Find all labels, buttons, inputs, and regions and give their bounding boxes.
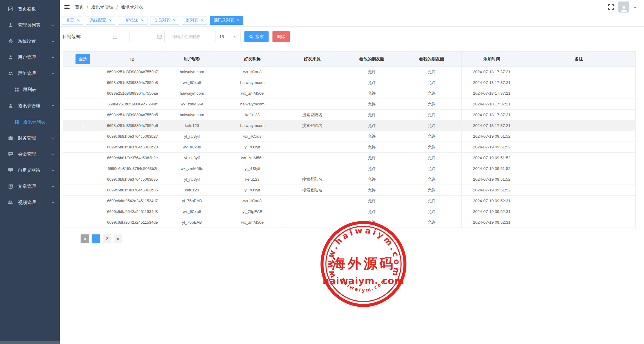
cell-his-moments: 允许 — [342, 88, 402, 99]
pagination-page-1[interactable]: 1 — [92, 234, 100, 243]
cell-his-moments: 允许 — [342, 99, 402, 110]
close-icon[interactable]: × — [141, 18, 143, 22]
sidebar-item-label: 视频管理 — [18, 200, 36, 205]
row-checkbox[interactable] — [83, 91, 83, 96]
delete-button[interactable]: 删除 — [272, 31, 290, 42]
table-row: 6699c6b81f0e3764c5063b28 wx_llCxu8 yl_rU… — [63, 142, 636, 153]
close-icon[interactable]: × — [109, 18, 111, 22]
row-checkbox[interactable] — [83, 209, 83, 214]
cell-user-nickname: wx_zmM56e — [162, 163, 222, 174]
fullscreen-icon[interactable] — [608, 4, 614, 10]
cell-id: 6698e251d8f398304c7550ae — [103, 88, 162, 99]
cell-friend-nickname: haiwaiymcom — [222, 77, 283, 88]
sidebar-item-label: 用户管理 — [18, 55, 36, 60]
tab-one-key-push[interactable]: 一键推送 × — [118, 16, 147, 25]
sidebar-item-group-list[interactable]: 群列表 — [0, 82, 60, 98]
breadcrumb-item[interactable]: 首页 — [75, 4, 84, 10]
menu-toggle-icon[interactable] — [64, 5, 70, 9]
breadcrumb-item[interactable]: 通讯录管理 — [91, 4, 113, 10]
sidebar-item-group-management[interactable]: 群组管理 — [0, 65, 60, 82]
cell-note — [522, 196, 635, 206]
sidebar-item-contacts-management[interactable]: 通讯录管理 — [0, 98, 60, 114]
sidebar-item-contacts-list[interactable]: 通讯录列表 — [0, 114, 60, 130]
cell-his-moments: 允许 — [342, 196, 402, 206]
sidebar: 首页看板 管理员列表 系统设置 用户管理 群组管理 群列表 通讯录管理 通讯录列… — [0, 0, 60, 344]
cell-his-moments: 允许 — [342, 120, 402, 131]
nickname-search-input[interactable] — [172, 34, 208, 39]
row-checkbox[interactable] — [83, 145, 83, 150]
cell-add-time: 2024-07-19 09:51:52 — [461, 153, 522, 163]
pagination-prev[interactable]: « — [81, 234, 89, 243]
tab-home[interactable]: 首页 × — [62, 16, 83, 25]
person-icon — [8, 23, 14, 27]
row-checkbox[interactable] — [83, 112, 83, 117]
row-checkbox[interactable] — [83, 134, 83, 139]
cell-user-nickname: yl_rU3yif — [162, 153, 222, 163]
topbar-actions — [608, 1, 636, 13]
sidebar-item-label: 通讯录管理 — [18, 103, 40, 109]
tab-member-list[interactable]: 会员列表 × — [150, 16, 179, 25]
date-to-field[interactable] — [130, 31, 165, 42]
chevron-down-icon — [51, 185, 55, 188]
select-all-button[interactable]: 全选 — [76, 54, 90, 64]
page-size-select[interactable]: 15 — [215, 31, 241, 42]
row-checkbox[interactable] — [83, 102, 83, 107]
close-icon[interactable]: × — [77, 18, 79, 22]
sidebar-scrollbar[interactable] — [0, 341, 60, 344]
row-checkbox[interactable] — [83, 69, 83, 74]
nickname-search-field[interactable] — [169, 31, 211, 42]
row-checkbox[interactable] — [83, 188, 83, 193]
sidebar-item-dashboard[interactable]: 首页看板 — [0, 1, 60, 17]
column-header: 添加时间 — [461, 52, 522, 67]
avatar[interactable] — [618, 1, 629, 13]
cell-my-moments: 允许 — [402, 67, 462, 77]
row-checkbox[interactable] — [83, 177, 83, 182]
pagination-page-2[interactable]: 2 — [103, 234, 111, 243]
row-checkbox[interactable] — [83, 198, 83, 203]
row-checkbox[interactable] — [83, 123, 83, 128]
tab-system-config[interactable]: 系统配置 × — [86, 16, 115, 25]
cell-friend-source: 搜索登陆名 — [283, 110, 342, 120]
breadcrumb: 首页/通讯录管理/通讯录列表 — [75, 4, 143, 10]
chevron-down-icon — [234, 36, 237, 38]
column-header: 好友来源 — [283, 52, 342, 67]
row-checkbox[interactable] — [83, 166, 83, 171]
close-icon[interactable]: × — [237, 18, 239, 22]
cell-user-nickname: kefu123 — [162, 185, 222, 196]
chevron-down-icon — [51, 202, 55, 204]
cell-id: 6699c6b81f0e3764c5063b35 — [103, 174, 162, 185]
table-row: 6698e251d8f398304c7550b6 kefu123 haiwaiy… — [63, 120, 636, 131]
sidebar-item-custom-website[interactable]: 自定义网站 — [0, 162, 60, 178]
cell-add-time: 2024-07-18 17:37:21 — [461, 88, 522, 99]
cell-friend-nickname: haiwaiymcom — [222, 99, 283, 110]
close-icon[interactable]: × — [201, 18, 203, 22]
sidebar-item-session-management[interactable]: 会话管理 — [0, 146, 60, 162]
cell-my-moments: 允许 — [402, 196, 462, 206]
row-checkbox[interactable] — [83, 80, 83, 85]
search-button[interactable]: 搜索 — [244, 31, 269, 42]
tab-contacts-list[interactable]: 通讯录列表 × — [210, 16, 243, 25]
sidebar-item-admin-list[interactable]: 管理员列表 — [0, 17, 60, 33]
cell-his-moments: 允许 — [342, 185, 402, 196]
sidebar-item-finance-management[interactable]: 财务管理 — [0, 130, 60, 146]
cell-his-moments: 允许 — [342, 131, 402, 142]
sidebar-item-system-settings[interactable]: 系统设置 — [0, 33, 60, 49]
table-row: 6699c6b81f0e3764c5063b2e yl_rU3yif wx_zm… — [63, 153, 636, 163]
date-from-input[interactable] — [88, 34, 112, 39]
pagination-next[interactable]: » — [114, 234, 122, 243]
tab-group-list[interactable]: 群列表 × — [182, 16, 207, 25]
breadcrumb-item[interactable]: 通讯录列表 — [121, 4, 143, 10]
close-icon[interactable]: × — [173, 18, 175, 22]
page-size-value: 15 — [219, 34, 224, 39]
chevron-down-icon[interactable] — [634, 7, 636, 9]
sidebar-item-video-management[interactable]: 视频管理 — [0, 194, 60, 211]
date-from-field[interactable] — [85, 31, 120, 42]
row-checkbox[interactable] — [83, 155, 83, 160]
row-checkbox[interactable] — [83, 220, 83, 225]
cell-friend-nickname: yl_rU3yif — [222, 163, 283, 174]
cell-add-time: 2024-07-18 17:37:21 — [461, 67, 522, 77]
sidebar-item-article-management[interactable]: 文章管理 — [0, 178, 60, 194]
column-header: 备注 — [522, 52, 635, 67]
date-to-input[interactable] — [133, 34, 157, 39]
sidebar-item-user-management[interactable]: 用户管理 — [0, 49, 60, 65]
